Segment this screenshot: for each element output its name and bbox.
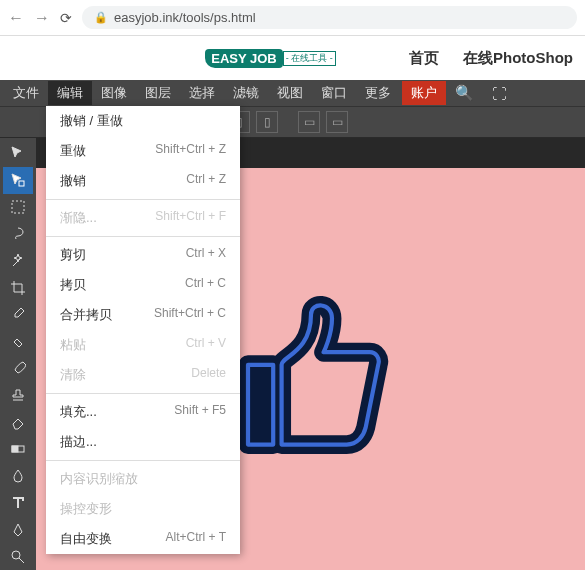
tool-brush[interactable] (3, 355, 33, 382)
tool-artboard[interactable] (3, 167, 33, 194)
align-right-icon[interactable]: ▯ (256, 111, 278, 133)
lock-icon: 🔒 (94, 11, 108, 24)
reload-icon[interactable]: ⟳ (60, 10, 72, 26)
menu-item: 操控变形 (46, 494, 240, 524)
align-top-icon[interactable]: ▭ (298, 111, 320, 133)
menu-edit[interactable]: 编辑 (48, 81, 92, 105)
menu-item: 粘贴Ctrl + V (46, 330, 240, 360)
menu-window[interactable]: 窗口 (312, 81, 356, 105)
tool-blur[interactable] (3, 463, 33, 490)
menu-item[interactable]: 填充...Shift + F5 (46, 397, 240, 427)
edit-dropdown: 撤销 / 重做重做Shift+Ctrl + Z撤销Ctrl + Z渐隐...Sh… (46, 106, 240, 554)
menu-item: 清除Delete (46, 360, 240, 390)
forward-icon[interactable]: → (34, 9, 50, 27)
tool-crop[interactable] (3, 274, 33, 301)
menu-more[interactable]: 更多 (356, 81, 400, 105)
align-mid-icon[interactable]: ▭ (326, 111, 348, 133)
search-icon[interactable]: 🔍 (446, 81, 483, 105)
menu-item[interactable]: 合并拷贝Shift+Ctrl + C (46, 300, 240, 330)
tool-move[interactable] (3, 140, 33, 167)
tool-eyedropper[interactable] (3, 301, 33, 328)
menu-item[interactable]: 自由变换Alt+Ctrl + T (46, 524, 240, 554)
back-icon[interactable]: ← (8, 9, 24, 27)
menubar: 文件 编辑 图像 图层 选择 滤镜 视图 窗口 更多 账户 🔍 ⛶ (0, 80, 585, 106)
url-bar[interactable]: 🔒 easyjob.ink/tools/ps.html (82, 6, 577, 29)
menu-item[interactable]: 剪切Ctrl + X (46, 240, 240, 270)
tool-zoom[interactable] (3, 543, 33, 570)
tool-type[interactable] (3, 489, 33, 516)
tool-pen[interactable] (3, 516, 33, 543)
nav-photoshop[interactable]: 在线PhotoShop (463, 49, 573, 68)
tool-stamp[interactable] (3, 382, 33, 409)
site-logo[interactable]: EASY JOB - 在线工具 - (205, 49, 336, 68)
svg-rect-1 (12, 201, 24, 213)
menu-account[interactable]: 账户 (402, 81, 446, 105)
menu-view[interactable]: 视图 (268, 81, 312, 105)
tool-marquee[interactable] (3, 194, 33, 221)
svg-rect-0 (19, 181, 24, 186)
tool-wand[interactable] (3, 248, 33, 275)
toolbar (0, 138, 36, 570)
tool-gradient[interactable] (3, 436, 33, 463)
url-text: easyjob.ink/tools/ps.html (114, 10, 256, 25)
menu-image[interactable]: 图像 (92, 81, 136, 105)
menu-file[interactable]: 文件 (4, 81, 48, 105)
tool-lasso[interactable] (3, 221, 33, 248)
tool-eraser[interactable] (3, 409, 33, 436)
menu-layer[interactable]: 图层 (136, 81, 180, 105)
tool-heal[interactable] (3, 328, 33, 355)
svg-rect-3 (12, 446, 18, 452)
menu-item[interactable]: 重做Shift+Ctrl + Z (46, 136, 240, 166)
nav-home[interactable]: 首页 (409, 49, 439, 68)
menu-item[interactable]: 描边... (46, 427, 240, 457)
menu-item: 渐隐...Shift+Ctrl + F (46, 203, 240, 233)
menu-item[interactable]: 撤销 / 重做 (46, 106, 240, 136)
menu-item: 内容识别缩放 (46, 464, 240, 494)
svg-point-4 (12, 551, 20, 559)
menu-select[interactable]: 选择 (180, 81, 224, 105)
fullscreen-icon[interactable]: ⛶ (483, 82, 516, 105)
menu-item[interactable]: 撤销Ctrl + Z (46, 166, 240, 196)
menu-item[interactable]: 拷贝Ctrl + C (46, 270, 240, 300)
menu-filter[interactable]: 滤镜 (224, 81, 268, 105)
